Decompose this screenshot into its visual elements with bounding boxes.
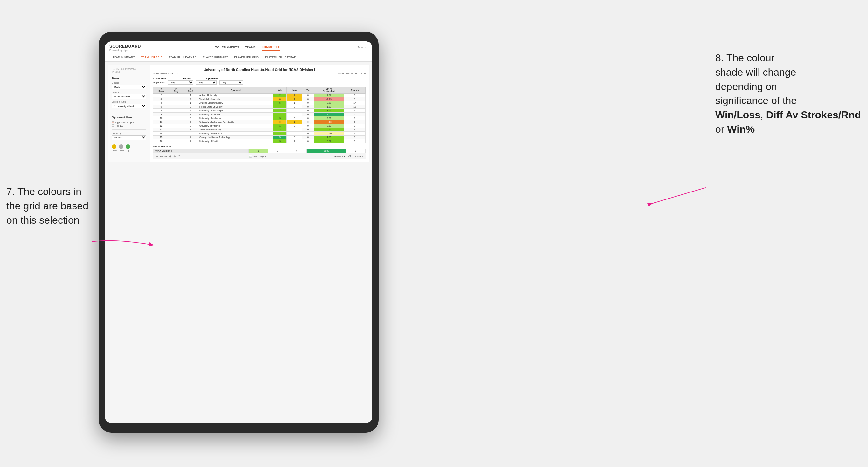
table-row: -4.33 xyxy=(314,120,344,124)
sub-nav-team-summary[interactable]: TEAM SUMMARY xyxy=(110,54,138,61)
arrow-right-svg xyxy=(645,181,709,213)
team-section-title: Team xyxy=(112,77,146,80)
table-row: 6 xyxy=(183,120,198,124)
radio-opponents-played[interactable]: Opponents Played xyxy=(112,121,146,123)
table-row: 0 xyxy=(273,120,287,124)
table-row: 15 xyxy=(153,135,169,139)
sub-nav-team-h2h-heatmap[interactable]: TEAM H2H HEATMAP xyxy=(166,54,200,61)
table-row: University of Virginia xyxy=(198,124,273,128)
table-row: University of Alabama xyxy=(198,117,273,120)
table-row: 3 xyxy=(273,128,287,132)
report-title: University of North Carolina Head-to-Hea… xyxy=(153,68,366,71)
minus-btn[interactable]: ⊖ xyxy=(174,155,176,158)
table-row: 6 xyxy=(183,132,198,135)
out-of-division-header: Out of division xyxy=(153,145,366,148)
table-row: 0 xyxy=(302,113,314,117)
conference-filter[interactable]: (All) xyxy=(168,81,193,85)
sub-nav-player-h2h-grid[interactable]: PLAYER H2H GRID xyxy=(231,54,262,61)
col-loss: Loss xyxy=(287,87,302,94)
table-row: - xyxy=(169,124,183,128)
sub-nav-player-summary[interactable]: PLAYER SUMMARY xyxy=(199,54,231,61)
watch-btn[interactable]: 👁 Watch ▾ xyxy=(334,155,345,158)
data-table: #Rank #Reg #Conf Opponent Win Loss Tie D… xyxy=(153,87,366,143)
sign-out-link[interactable]: Sign out xyxy=(357,46,368,49)
table-row: 5 xyxy=(273,101,287,105)
table-row: 0 xyxy=(287,113,302,117)
table-row: 9 xyxy=(344,135,366,139)
school-select[interactable]: 1. University of Nort... xyxy=(112,104,146,108)
col-opponent: Opponent xyxy=(198,87,273,94)
table-row: 2 xyxy=(183,109,198,113)
table-row: 2.33 xyxy=(314,124,344,128)
table-row: 3 xyxy=(344,132,366,135)
region-filter[interactable]: (All) xyxy=(196,81,217,85)
table-row: Georgia Institute of Technology xyxy=(198,135,273,139)
table-row: 2 xyxy=(183,97,198,101)
col-reg: #Reg xyxy=(169,87,183,94)
undo-btn[interactable]: ↩ xyxy=(156,155,158,158)
comment-btn[interactable]: 💬 xyxy=(348,155,351,158)
copy-btn[interactable]: ⊕ xyxy=(169,155,172,158)
table-row: 4 xyxy=(153,101,169,105)
table-row: 3 xyxy=(344,124,366,128)
table-row: 0 xyxy=(287,124,302,128)
report-container: Last Updated: 27/03/202416:55:38 Team Ge… xyxy=(108,65,369,162)
gender-select[interactable]: Men's xyxy=(112,85,146,89)
region-header: Region xyxy=(183,77,205,80)
share-btn[interactable]: ↗ Share xyxy=(354,155,363,158)
table-row: 0 xyxy=(287,132,302,135)
radio-top100[interactable]: Top 100 xyxy=(112,124,146,127)
table-row: 1 xyxy=(273,124,287,128)
opponent-view-title: Opponent View xyxy=(112,116,146,119)
table-row: University of Florida xyxy=(198,139,273,143)
nav-teams[interactable]: TEAMS xyxy=(245,44,256,50)
school-label: School (Rank) xyxy=(112,101,146,103)
table-row: -1.00 xyxy=(314,132,344,135)
sign-out-separator: | Sign out xyxy=(354,45,368,49)
table-row: -2.29 xyxy=(314,97,344,101)
col-win: Win xyxy=(273,87,287,94)
table-row: 1 xyxy=(183,94,198,97)
view-original[interactable]: 📊 View: Original xyxy=(249,155,266,158)
table-row: 2.28 xyxy=(314,101,344,105)
table-row: 6 xyxy=(344,117,366,120)
app-header: SCOREBOARD Powered by clippd TOURNAMENTS… xyxy=(105,41,372,54)
sub-nav-team-h2h-grid[interactable]: TEAM H2H GRID xyxy=(138,54,166,61)
table-row: 0 xyxy=(302,128,314,132)
divider1 xyxy=(112,113,146,113)
division-cell: NCAA Division II xyxy=(153,149,249,153)
division-select[interactable]: NCAA Division I xyxy=(112,94,146,99)
filter-row: Opponents: (All) (All) (All) xyxy=(153,81,366,85)
table-row: 3 xyxy=(344,109,366,113)
ood-win: 1 xyxy=(249,149,268,153)
table-row: - xyxy=(169,120,183,124)
clock-btn[interactable]: ⏱ xyxy=(178,155,181,158)
table-row: University of Washington xyxy=(198,109,273,113)
table-row: 0 xyxy=(302,139,314,143)
table-row: 1 xyxy=(287,139,302,143)
table-row: 0 xyxy=(302,132,314,135)
table-row: - xyxy=(169,97,183,101)
colour-by-select[interactable]: Win/loss xyxy=(112,135,146,140)
table-row: 12 xyxy=(344,105,366,109)
table-row: 12 xyxy=(153,124,169,128)
table-row: 5.56 xyxy=(314,128,344,132)
table-row: 3 xyxy=(344,120,366,124)
nav-tournaments[interactable]: TOURNAMENTS xyxy=(215,44,239,50)
table-row: 1.67 xyxy=(314,94,344,97)
table-row: University of Oklahoma xyxy=(198,132,273,135)
division-label: Division xyxy=(112,91,146,94)
update-info: Last Updated: 27/03/202416:55:38 xyxy=(112,68,146,73)
sub-nav-player-h2h-heatmap[interactable]: PLAYER H2H HEATMAP xyxy=(262,54,299,61)
table-row: 9 xyxy=(344,94,366,97)
table-row: 3 xyxy=(273,139,287,143)
table-row: 3 xyxy=(183,124,198,128)
table-row: - xyxy=(169,117,183,120)
redo-btn[interactable]: ↪ xyxy=(160,155,163,158)
opponent-filter[interactable]: (All) xyxy=(219,81,243,85)
table-row: 3 xyxy=(153,97,169,101)
table-row: 0 xyxy=(287,109,302,113)
forward-btn[interactable]: ⇥ xyxy=(164,155,167,158)
nav-committee[interactable]: COMMITTEE xyxy=(261,44,280,51)
col-tie: Tie xyxy=(302,87,314,94)
